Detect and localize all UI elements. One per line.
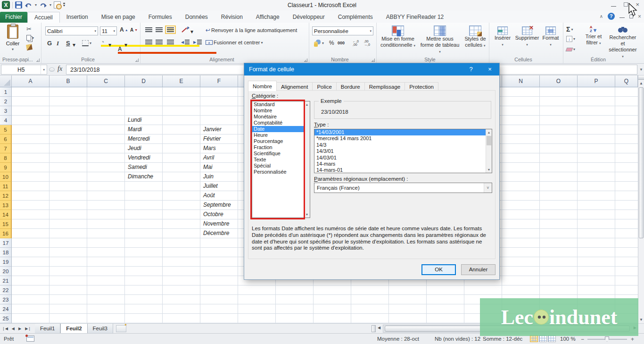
number-dialog-launcher-icon[interactable] (372, 59, 375, 62)
workbook-minimize-icon[interactable] (619, 17, 625, 18)
row-header-21[interactable]: 21 (0, 276, 12, 285)
column-header-F[interactable]: F (200, 76, 238, 87)
formula-bar-splitter[interactable] (49, 67, 55, 72)
last-sheet-icon[interactable]: ▶❘ (23, 327, 33, 331)
paste-dropdown-icon[interactable]: ▾ (3, 47, 23, 51)
underline-button[interactable]: S (66, 40, 70, 47)
font-color-dropdown-icon[interactable]: ▾ (124, 42, 127, 48)
dialog-tab-nombre[interactable]: Nombre (248, 81, 277, 91)
row-header-18[interactable]: 18 (0, 248, 12, 257)
type-listbox[interactable]: *14/03/2001*mercredi 14 mars 200114/314/… (314, 129, 492, 173)
column-header-A[interactable]: A (12, 76, 50, 87)
name-box-dropdown-icon[interactable]: ▾ (41, 65, 47, 74)
grow-font-button[interactable]: A▲ (120, 26, 128, 33)
format-cells-button[interactable]: Format▾ (540, 26, 561, 48)
row-header-8[interactable]: 8 (0, 153, 12, 163)
row-header-12[interactable]: 12 (0, 191, 12, 201)
tab-révision[interactable]: Révision (215, 12, 249, 23)
align-bottom-icon[interactable] (167, 27, 174, 32)
sheet-tab-feuil2[interactable]: Feuil2 (60, 324, 87, 333)
vertical-split-handle[interactable] (638, 76, 644, 80)
vertical-scrollbar[interactable]: ▲ ▼ (638, 76, 644, 323)
row-header-23[interactable]: 23 (0, 295, 12, 304)
tab-insertion[interactable]: Insertion (60, 12, 95, 23)
zoom-slider-thumb[interactable] (605, 336, 609, 342)
italic-button[interactable]: I (57, 40, 59, 47)
expand-formula-bar-icon[interactable]: ▼ (639, 67, 643, 72)
row-header-2[interactable]: 2 (0, 97, 12, 106)
row-header-17[interactable]: 17 (0, 238, 12, 248)
fill-color-dropdown-icon[interactable]: ▾ (108, 42, 111, 48)
scroll-down-icon[interactable]: ▼ (638, 316, 644, 323)
type-item[interactable]: 14/03/01 (314, 155, 486, 161)
cancel-button[interactable]: Annuler (461, 264, 495, 275)
collapse-ribbon-icon[interactable]: ∧ (600, 14, 603, 19)
cut-icon[interactable]: ✂ (26, 25, 32, 33)
row-header-1[interactable]: 1 (0, 87, 12, 97)
category-item-standard[interactable]: Standard (252, 101, 304, 108)
orientation-dropdown-icon[interactable]: ▾ (190, 28, 193, 35)
category-scrollbar[interactable]: ▲ ▼ (304, 101, 310, 218)
category-item-personnalisée[interactable]: Personnalisée (252, 169, 304, 175)
category-item-spécial[interactable]: Spécial (252, 163, 304, 169)
row-header-22[interactable]: 22 (0, 285, 12, 295)
horizontal-split-handle[interactable] (372, 325, 376, 332)
dialog-help-icon[interactable]: ? (462, 63, 480, 76)
row-header-19[interactable]: 19 (0, 257, 12, 267)
type-item[interactable]: 14/3 (314, 142, 486, 148)
align-middle-icon[interactable] (156, 27, 163, 32)
type-item[interactable]: 14/3/01 (314, 148, 486, 154)
tab-fichier[interactable]: Fichier (0, 12, 27, 23)
alignment-dialog-launcher-icon[interactable] (304, 59, 307, 62)
align-center-icon[interactable] (156, 40, 163, 44)
font-size-combo[interactable]: 11▾ (100, 26, 117, 35)
accounting-format-icon[interactable]: ▾ (313, 40, 324, 47)
comma-style-icon[interactable]: 000 (338, 41, 345, 45)
row-header-16[interactable]: 16 (0, 229, 12, 238)
row-header-13[interactable]: 13 (0, 201, 12, 210)
format-as-table-button[interactable]: Mettre sous forme de tableau ▾ (419, 25, 461, 55)
row-header-9[interactable]: 9 (0, 163, 12, 172)
page-layout-view-icon[interactable] (539, 335, 547, 342)
column-header-Q[interactable]: Q (615, 76, 638, 87)
insert-sheet-icon[interactable] (116, 325, 126, 332)
column-header-O[interactable]: O (540, 76, 578, 87)
tab-développeur[interactable]: Développeur (286, 12, 331, 23)
prev-sheet-icon[interactable]: ◀ (10, 327, 17, 331)
underline-dropdown-icon[interactable]: ▾ (73, 42, 75, 48)
category-item-comptabilité[interactable]: Comptabilité (252, 120, 304, 126)
tab-données[interactable]: Données (179, 12, 215, 23)
row-header-25[interactable]: 25 (0, 314, 12, 323)
align-right-icon[interactable] (167, 40, 174, 44)
row-header-11[interactable]: 11 (0, 182, 12, 191)
row-header-7[interactable]: 7 (0, 144, 12, 153)
number-format-combo[interactable]: Personnalisée▾ (312, 26, 373, 35)
column-header-D[interactable]: D (125, 76, 163, 87)
sheet-tab-feuil3[interactable]: Feuil3 (88, 324, 113, 333)
next-sheet-icon[interactable]: ▶ (17, 327, 23, 331)
column-header-P[interactable]: P (578, 76, 615, 87)
type-scroll-thumb[interactable] (487, 136, 491, 145)
first-sheet-icon[interactable]: ❘◀ (0, 327, 10, 331)
sheet-tab-feuil1[interactable]: Feuil1 (35, 324, 60, 333)
column-header-N[interactable]: N (502, 76, 540, 87)
zoom-out-icon[interactable]: − (581, 336, 584, 343)
type-item[interactable]: 14-mars-01 (314, 167, 486, 173)
paste-button[interactable]: Coller ▾ (3, 25, 23, 51)
row-header-3[interactable]: 3 (0, 106, 12, 116)
merge-center-button[interactable]: a Fusionner et centrer ▾ (206, 40, 263, 45)
row-header-14[interactable]: 14 (0, 210, 12, 219)
minimize-icon[interactable] (611, 6, 616, 7)
column-header-C[interactable]: C (87, 76, 125, 87)
category-item-date[interactable]: Date (252, 126, 304, 132)
scroll-left-icon[interactable]: ◀ (378, 326, 380, 330)
align-left-icon[interactable] (145, 40, 152, 44)
row-header-24[interactable]: 24 (0, 304, 12, 314)
increase-indent-icon[interactable]: ▶ (193, 40, 202, 44)
page-break-view-icon[interactable] (548, 335, 556, 342)
dialog-close-icon[interactable]: × (480, 63, 499, 76)
tab-mise-en-page[interactable]: Mise en page (95, 12, 142, 23)
type-item[interactable]: *mercredi 14 mars 2001 (314, 135, 486, 142)
tab-affichage[interactable]: Affichage (249, 12, 286, 23)
category-item-texte[interactable]: Texte (252, 157, 304, 163)
